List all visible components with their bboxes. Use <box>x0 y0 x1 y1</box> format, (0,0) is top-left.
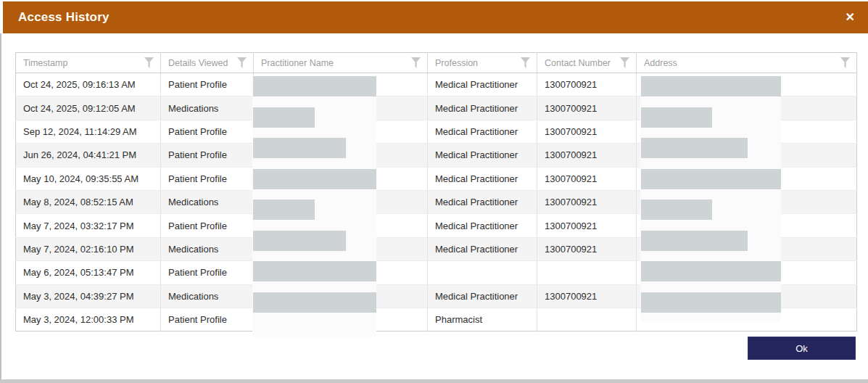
cell-contact: 1300700921 <box>537 214 637 237</box>
ok-button[interactable]: Ok <box>748 337 856 360</box>
cell-profession: Medical Practitioner <box>428 214 537 237</box>
cell-timestamp: May 3, 2024, 12:00:33 PM <box>16 308 161 331</box>
cell-profession <box>428 261 537 284</box>
redaction-box <box>641 138 748 158</box>
cell-contact: 1300700921 <box>537 73 637 96</box>
cell-details: Patient Profile <box>161 214 254 237</box>
filter-funnel-icon[interactable] <box>237 57 247 68</box>
column-header-label: Practitioner Name <box>261 58 334 68</box>
filter-funnel-icon[interactable] <box>144 57 154 68</box>
redaction-box <box>253 261 376 281</box>
cell-details: Medications <box>161 190 254 213</box>
column-header-label: Address <box>644 58 677 68</box>
cell-timestamp: Jun 26, 2024, 04:41:21 PM <box>16 144 161 167</box>
cell-contact: 1300700921 <box>537 237 637 260</box>
column-header-profession[interactable]: Profession <box>428 53 537 73</box>
redaction-box <box>641 199 712 220</box>
cell-details: Medications <box>161 237 254 260</box>
cell-profession: Medical Practitioner <box>428 190 537 213</box>
cell-contact: 1300700921 <box>537 120 637 143</box>
cell-timestamp: Oct 24, 2025, 09:16:13 AM <box>16 73 161 96</box>
close-icon[interactable]: ✕ <box>844 10 856 25</box>
cell-profession: Medical Practitioner <box>428 73 537 96</box>
cell-contact: 1300700921 <box>537 284 637 308</box>
column-header-label: Profession <box>435 58 478 68</box>
column-header-label: Timestamp <box>23 58 67 68</box>
redaction-box <box>253 199 315 220</box>
dialog-title: Access History <box>18 10 109 25</box>
redaction-box <box>641 76 781 96</box>
cell-contact <box>537 308 637 331</box>
grid-header: TimestampDetails ViewedPractitioner Name… <box>16 53 857 73</box>
redaction-box <box>641 261 781 281</box>
cell-details: Medications <box>161 284 254 308</box>
cell-details: Patient Profile <box>161 261 254 284</box>
redaction-box <box>253 169 376 189</box>
column-header-label: Details Viewed <box>168 58 228 68</box>
redaction-box <box>253 231 346 251</box>
cell-profession: Medical Practitioner <box>428 284 537 308</box>
cell-details: Medications <box>161 96 254 120</box>
filter-funnel-icon[interactable] <box>411 57 421 68</box>
redaction-box <box>641 169 781 189</box>
column-header-practitioner[interactable]: Practitioner Name <box>254 53 428 73</box>
filter-funnel-icon[interactable] <box>521 57 530 68</box>
cell-timestamp: Oct 24, 2025, 09:12:05 AM <box>16 96 161 120</box>
filter-funnel-icon[interactable] <box>620 57 629 68</box>
redaction-box <box>253 76 376 96</box>
cell-timestamp: May 8, 2024, 08:52:15 AM <box>16 190 161 213</box>
cell-profession: Medical Practitioner <box>428 120 537 143</box>
cell-contact: 1300700921 <box>537 167 637 190</box>
redaction-box <box>641 292 781 313</box>
redaction-box <box>253 138 346 158</box>
filter-funnel-icon[interactable] <box>840 57 850 68</box>
redaction-box <box>253 107 315 128</box>
cell-profession: Medical Practitioner <box>428 237 537 260</box>
access-history-dialog: Access History ✕ TimestampDetails Viewed… <box>0 0 868 383</box>
redaction-box <box>641 231 748 251</box>
grid-header-row: TimestampDetails ViewedPractitioner Name… <box>16 53 857 73</box>
cell-contact: 1300700921 <box>537 144 637 167</box>
cell-timestamp: May 7, 2024, 03:32:17 PM <box>16 214 161 237</box>
redaction-box <box>641 107 712 128</box>
cell-details: Patient Profile <box>161 308 254 331</box>
cell-profession: Medical Practitioner <box>428 144 537 167</box>
address-redaction-overlay <box>640 75 781 321</box>
cell-details: Patient Profile <box>161 73 254 96</box>
column-header-address[interactable]: Address <box>637 53 857 73</box>
cell-timestamp: May 6, 2024, 05:13:47 PM <box>16 261 161 284</box>
cell-contact: 1300700921 <box>537 190 637 213</box>
cell-timestamp: May 7, 2024, 02:16:10 PM <box>16 237 161 260</box>
practitioner-name-redaction-overlay <box>252 75 376 337</box>
column-header-contact[interactable]: Contact Number <box>537 53 637 73</box>
cell-details: Patient Profile <box>161 120 254 143</box>
column-header-label: Contact Number <box>545 58 611 68</box>
cell-profession: Medical Practitioner <box>428 167 537 190</box>
column-header-timestamp[interactable]: Timestamp <box>16 53 161 73</box>
cell-details: Patient Profile <box>161 167 254 190</box>
cell-timestamp: May 3, 2024, 04:39:27 PM <box>16 284 161 308</box>
cell-timestamp: May 10, 2024, 09:35:55 AM <box>16 167 161 190</box>
cell-profession: Pharmacist <box>428 308 537 331</box>
redaction-box <box>253 292 376 313</box>
cell-timestamp: Sep 12, 2024, 11:14:29 AM <box>16 120 161 143</box>
cell-profession: Medical Practitioner <box>428 96 537 120</box>
dialog-bottom-border <box>0 379 868 383</box>
cell-contact: 1300700921 <box>537 96 637 120</box>
cell-details: Patient Profile <box>161 144 254 167</box>
column-header-details[interactable]: Details Viewed <box>161 53 254 73</box>
dialog-titlebar: Access History ✕ <box>3 1 868 33</box>
dialog-left-border <box>0 33 1 379</box>
cell-contact <box>537 261 637 284</box>
